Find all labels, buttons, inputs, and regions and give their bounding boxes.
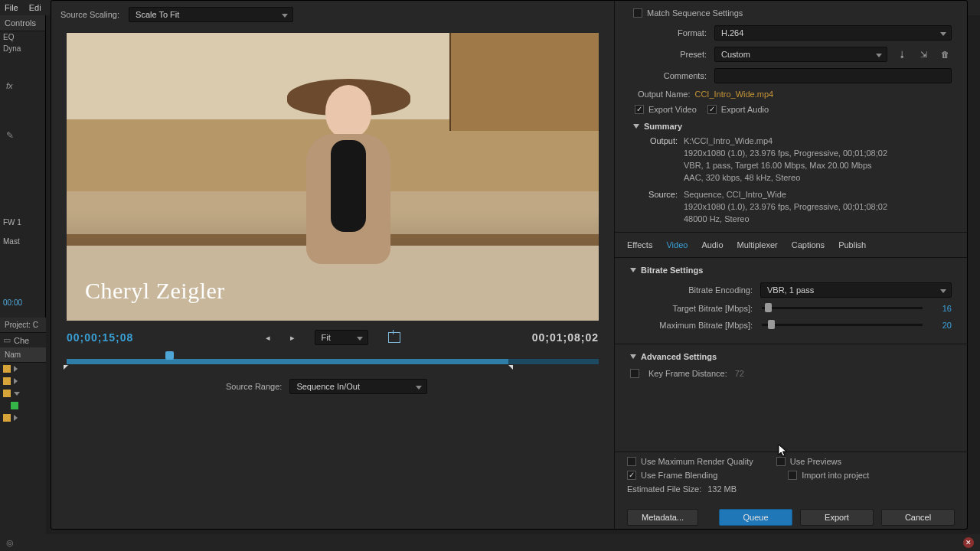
effect-dynamics[interactable]: Dyna (0, 43, 45, 54)
tab-video[interactable]: Video (665, 239, 689, 251)
use-previews-label: Use Previews (790, 457, 841, 466)
comments-input[interactable] (714, 68, 952, 83)
bin-row[interactable] (0, 399, 46, 412)
out-point-handle[interactable] (508, 365, 513, 370)
import-project-label: Import into project (802, 471, 869, 480)
bin-row[interactable] (0, 412, 46, 424)
keyframe-distance-label: Key Frame Distance: (648, 369, 727, 378)
preset-label: Preset: (630, 50, 707, 59)
source-range-dropdown[interactable]: Sequence In/Out (289, 379, 427, 394)
max-bitrate-value[interactable]: 20 (932, 321, 952, 330)
bin-row[interactable] (0, 363, 46, 375)
in-point-handle[interactable] (64, 365, 68, 370)
project-panel: Project: C ▭ Che Nam (0, 318, 46, 534)
export-audio-checkbox[interactable] (707, 105, 717, 114)
tab-publish[interactable]: Publish (837, 239, 867, 251)
match-sequence-label: Match Sequence Settings (647, 8, 743, 18)
estimated-size-label: Estimated File Size: (627, 484, 701, 494)
output-name-label: Output Name: (638, 90, 690, 99)
source-scaling-label: Source Scaling: (60, 10, 119, 19)
settings-tabbar: Effects Video Audio Multiplexer Captions… (615, 232, 967, 258)
output-name-link[interactable]: CCI_Intro_Wide.mp4 (694, 90, 773, 99)
preview-timeline[interactable] (67, 351, 599, 371)
project-search[interactable]: Che (14, 336, 29, 345)
fw-label: FW 1 (3, 218, 21, 227)
folder-icon: ▭ (3, 335, 11, 345)
tab-effects[interactable]: Effects (626, 239, 654, 251)
format-label: Format: (630, 28, 707, 37)
tab-captions[interactable]: Captions (790, 239, 826, 251)
max-bitrate-slider[interactable] (762, 324, 923, 326)
playhead[interactable] (165, 351, 174, 360)
export-settings-panel: Match Sequence Settings Format: H.264 Pr… (615, 1, 967, 529)
max-render-quality-checkbox[interactable] (627, 457, 636, 466)
frame-blending-checkbox[interactable] (627, 471, 636, 480)
export-settings-dialog: Source Scaling: Scale To Fit Cheryl Zeig… (51, 0, 968, 530)
max-bitrate-label: Maximum Bitrate [Mbps]: (630, 321, 753, 330)
name-column-header[interactable]: Nam (0, 347, 46, 363)
export-video-label: Export Video (648, 105, 697, 114)
export-preview-panel: Source Scaling: Scale To Fit Cheryl Zeig… (51, 1, 615, 529)
format-dropdown[interactable]: H.264 (714, 25, 952, 41)
preset-dropdown[interactable]: Custom (714, 47, 887, 62)
bin-row[interactable] (0, 375, 46, 387)
import-preset-icon[interactable]: ⇲ (916, 47, 930, 61)
video-preview[interactable]: Cheryl Zeigler (67, 33, 599, 321)
summary-output-text: K:\CCI_Intro_Wide.mp4 1920x1080 (1.0), 2… (684, 135, 887, 184)
delete-preset-icon[interactable]: 🗑 (938, 47, 952, 61)
comments-label: Comments: (630, 71, 707, 80)
mini-timecode: 00:00 (3, 298, 22, 307)
advanced-section-toggle[interactable]: Advanced Settings (630, 352, 952, 361)
controls-tab[interactable]: Controls (0, 15, 45, 31)
fx-icon: fx (6, 81, 13, 90)
bitrate-encoding-dropdown[interactable]: VBR, 1 pass (760, 282, 952, 298)
zoom-fit-dropdown[interactable]: Fit (315, 330, 368, 345)
summary-toggle[interactable]: Summary (633, 122, 952, 131)
master-label: Mast (3, 237, 20, 246)
pen-icon: ✎ (6, 130, 14, 141)
bitrate-section-toggle[interactable]: Bitrate Settings (630, 266, 952, 275)
error-badge-icon[interactable]: ✕ (963, 537, 974, 548)
max-render-quality-label: Use Maximum Render Quality (641, 457, 753, 466)
menu-edit[interactable]: Edi (29, 3, 41, 12)
target-bitrate-label: Target Bitrate [Mbps]: (630, 304, 753, 313)
metadata-button[interactable]: Metadata... (627, 509, 698, 526)
estimated-size-value: 132 MB (707, 484, 737, 494)
source-range-label: Source Range: (226, 382, 282, 391)
export-button[interactable]: Export (800, 509, 874, 526)
export-video-checkbox[interactable] (635, 105, 644, 114)
save-preset-icon[interactable]: ⭳ (895, 47, 909, 61)
export-audio-label: Export Audio (721, 105, 769, 114)
status-bar: ◎ ✕ (0, 534, 980, 551)
summary-source-text: Sequence, CCI_Intro_Wide 1920x1080 (1.0)… (684, 189, 887, 226)
queue-button[interactable]: Queue (719, 509, 792, 526)
play-icon[interactable]: ▸ (290, 333, 295, 343)
frame-blending-label: Use Frame Blending (641, 471, 717, 480)
project-header: Project: C (0, 318, 46, 333)
creative-cloud-icon[interactable]: ◎ (6, 538, 14, 548)
lower-third-text: Cheryl Zeigler (85, 278, 225, 304)
import-project-checkbox[interactable] (788, 471, 797, 480)
target-bitrate-value[interactable]: 16 (932, 304, 952, 313)
keyframe-distance-value[interactable]: 72 (735, 369, 744, 378)
keyframe-distance-checkbox[interactable] (630, 369, 639, 378)
step-back-icon[interactable]: ◂ (266, 333, 270, 343)
source-scaling-dropdown[interactable]: Scale To Fit (129, 7, 293, 22)
crop-output-icon[interactable] (388, 332, 400, 343)
bin-row[interactable] (0, 387, 46, 399)
bitrate-encoding-label: Bitrate Encoding: (630, 285, 753, 295)
timecode-current[interactable]: 00;00;15;08 (67, 331, 133, 344)
tab-audio[interactable]: Audio (700, 239, 724, 251)
effect-eq[interactable]: EQ (0, 31, 45, 43)
tab-multiplexer[interactable]: Multiplexer (736, 239, 779, 251)
use-previews-checkbox[interactable] (776, 457, 786, 466)
summary-source-label: Source: (633, 189, 678, 226)
summary-output-label: Output: (633, 135, 678, 184)
target-bitrate-slider[interactable] (762, 307, 923, 309)
menu-file[interactable]: File (5, 3, 18, 12)
cancel-button[interactable]: Cancel (881, 509, 955, 526)
match-sequence-checkbox[interactable] (633, 8, 642, 18)
timecode-duration: 00;01;08;02 (532, 331, 599, 344)
